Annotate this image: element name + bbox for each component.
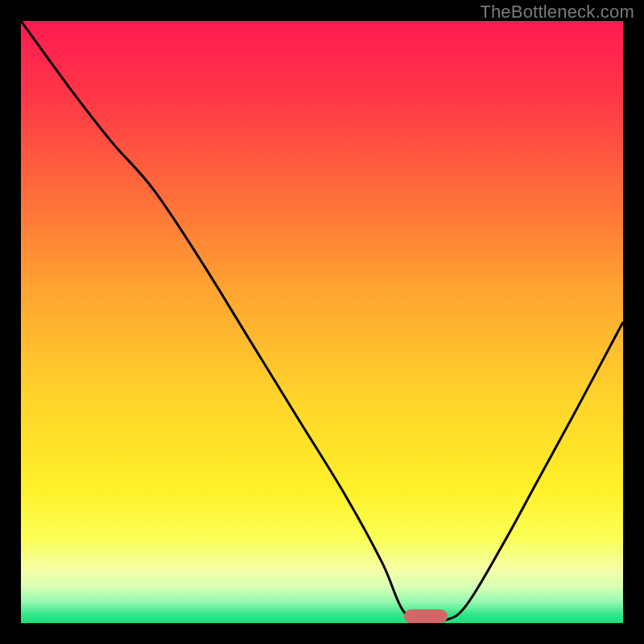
chart-frame: TheBottleneck.com bbox=[0, 0, 644, 644]
optimal-marker bbox=[404, 609, 448, 623]
bottleneck-curve bbox=[21, 21, 623, 621]
watermark-text: TheBottleneck.com bbox=[480, 2, 634, 23]
plot-area bbox=[21, 21, 623, 623]
curve-layer bbox=[21, 21, 623, 623]
